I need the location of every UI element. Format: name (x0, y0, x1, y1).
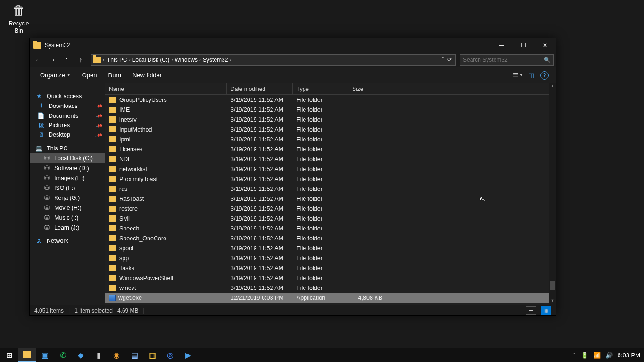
taskbar-whatsapp[interactable]: ✆ (54, 348, 72, 362)
up-button[interactable]: ↑ (74, 53, 87, 66)
organize-button[interactable]: Organize▼ (34, 67, 76, 83)
file-row[interactable]: Tasks3/19/2019 11:52 AMFile folder (105, 263, 556, 273)
maximize-button[interactable]: ☐ (512, 38, 534, 52)
file-row[interactable]: ras3/19/2019 11:52 AMFile folder (105, 184, 556, 194)
desktop-recycle-bin[interactable]: 🗑 Recycle Bin (5, 2, 33, 34)
file-row[interactable]: spp3/19/2019 11:52 AMFile folder (105, 253, 556, 263)
search-icon[interactable]: 🔍 (544, 57, 551, 63)
close-button[interactable]: ✕ (534, 38, 556, 52)
file-row[interactable]: Licenses3/19/2019 11:52 AMFile folder (105, 144, 556, 154)
folder-icon (109, 166, 116, 172)
column-type[interactable]: Type (293, 83, 348, 94)
tray-chevron-up-icon[interactable]: ˄ (573, 352, 576, 359)
titlebar[interactable]: System32 — ☐ ✕ (30, 38, 556, 52)
tray-wifi-icon[interactable]: 📶 (593, 352, 601, 359)
taskbar-powershell[interactable]: ▶ (179, 348, 197, 362)
taskbar-notepad[interactable]: ▤ (125, 348, 143, 362)
sidebar-item-pictures[interactable]: 🖼Pictures📌 (30, 121, 105, 130)
file-name: spp (105, 255, 227, 262)
open-button[interactable]: Open (76, 67, 103, 83)
file-type: File folder (293, 275, 348, 281)
details-view-button[interactable]: ☰ (526, 306, 536, 315)
folder-icon (109, 176, 116, 182)
file-row[interactable]: RasToast3/19/2019 11:52 AMFile folder (105, 194, 556, 204)
taskbar-chrome[interactable]: ◎ (161, 348, 179, 362)
file-row[interactable]: Speech3/19/2019 11:52 AMFile folder (105, 223, 556, 233)
preview-pane-button[interactable]: ◫ (525, 69, 538, 82)
file-row[interactable]: Speech_OneCore3/19/2019 11:52 AMFile fol… (105, 233, 556, 243)
taskbar-terminal[interactable]: ▮ (90, 348, 107, 362)
file-row[interactable]: InputMethod3/19/2019 11:52 AMFile folder (105, 124, 556, 134)
address-dropdown-icon[interactable]: ˅ (442, 57, 445, 63)
file-name: IME (105, 107, 227, 113)
sidebar-drive-6[interactable]: ⛁Music (I:) (30, 213, 105, 222)
history-dropdown[interactable]: ˅ (60, 53, 73, 66)
taskbar-app-2[interactable]: ◆ (72, 348, 90, 362)
sidebar-item-downloads[interactable]: ⬇Downloads📌 (30, 101, 105, 111)
network-icon: 🖧 (35, 238, 43, 244)
forward-button[interactable]: → (46, 53, 59, 66)
file-row[interactable]: inetsrv3/19/2019 11:52 AMFile folder (105, 115, 556, 124)
file-row[interactable]: networklist3/19/2019 11:52 AMFile folder (105, 164, 556, 174)
breadcrumb-this-pc[interactable]: This PC› (106, 57, 132, 63)
sidebar-quick-access[interactable]: ★Quick access (30, 91, 105, 101)
file-row[interactable]: wget.exe12/21/2019 6:03 PMApplication4,8… (105, 293, 556, 303)
column-date[interactable]: Date modified (227, 83, 293, 94)
column-size[interactable]: Size (348, 83, 386, 94)
search-input[interactable] (463, 57, 544, 63)
sidebar-drive-5[interactable]: ⛁Movie (H:) (30, 203, 105, 213)
drive-icon: ⛁ (43, 155, 50, 162)
sidebar-item-documents[interactable]: 📄Documents📌 (30, 111, 105, 121)
file-row[interactable]: IME3/19/2019 11:52 AMFile folder (105, 105, 556, 115)
sidebar-drive-2[interactable]: ⛁Images (E:) (30, 173, 105, 183)
breadcrumb-local-disk-c-[interactable]: Local Disk (C:)› (132, 57, 174, 63)
minimize-button[interactable]: — (491, 38, 512, 52)
sidebar-drive-0[interactable]: ⛁Local Disk (C:) (30, 153, 105, 163)
view-button[interactable]: ☰▼ (512, 69, 525, 82)
sidebar-drive-7[interactable]: ⛁Learn (J:) (30, 222, 105, 232)
sidebar-item-desktop[interactable]: 🖥Desktop📌 (30, 130, 105, 140)
refresh-button[interactable]: ⟳ (447, 57, 452, 63)
sidebar-drive-4[interactable]: ⛁Kerja (G:) (30, 193, 105, 203)
scroll-down-arrow[interactable]: ▼ (549, 298, 556, 305)
breadcrumb-system32[interactable]: System32› (202, 57, 232, 63)
chevron-right-icon: › (171, 58, 173, 62)
file-row[interactable]: NDF3/19/2019 11:52 AMFile folder (105, 154, 556, 164)
sidebar-drive-1[interactable]: ⛁Software (D:) (30, 163, 105, 173)
address-bar[interactable]: › This PC›Local Disk (C:)›Windows›System… (91, 54, 456, 66)
tray-battery-icon[interactable]: 🔋 (581, 352, 588, 359)
file-row[interactable]: spool3/19/2019 11:52 AMFile folder (105, 243, 556, 253)
file-row[interactable]: Ipmi3/19/2019 11:52 AMFile folder (105, 134, 556, 144)
folder-icon (109, 285, 116, 291)
sidebar-this-pc[interactable]: 💻This PC (30, 143, 105, 153)
file-row[interactable]: GroupPolicyUsers3/19/2019 11:52 AMFile f… (105, 95, 556, 105)
recycle-bin-icon: 🗑 (5, 2, 33, 18)
taskbar-app-1[interactable]: ▣ (36, 348, 54, 362)
vertical-scrollbar[interactable]: ▲ ▼ (549, 83, 556, 305)
file-row[interactable]: restore3/19/2019 11:52 AMFile folder (105, 204, 556, 214)
search-box[interactable]: 🔍 (460, 54, 554, 66)
new-folder-button[interactable]: New folder (127, 67, 167, 83)
breadcrumb-windows[interactable]: Windows› (173, 57, 202, 63)
start-button[interactable]: ⊞ (0, 348, 18, 362)
scroll-up-arrow[interactable]: ▲ (549, 83, 556, 90)
tray-volume-icon[interactable]: 🔊 (605, 352, 613, 359)
back-button[interactable]: ← (32, 53, 45, 66)
column-name[interactable]: Name (105, 83, 227, 94)
tray-clock[interactable]: 6:03 PM (618, 352, 640, 359)
file-row[interactable]: winevt3/19/2019 11:52 AMFile folder (105, 283, 556, 293)
sidebar-drive-3[interactable]: ⛁ISO (F:) (30, 183, 105, 193)
help-button[interactable]: ? (538, 69, 551, 82)
taskbar-app-3[interactable]: ◉ (107, 348, 125, 362)
burn-button[interactable]: Burn (102, 67, 126, 83)
file-row[interactable]: ProximityToast3/19/2019 11:52 AMFile fol… (105, 174, 556, 184)
taskbar-file-explorer[interactable] (18, 348, 36, 362)
icons-view-button[interactable]: ▦ (541, 306, 551, 315)
sidebar-network[interactable]: 🖧Network (30, 236, 105, 246)
file-row[interactable]: SMI3/19/2019 11:52 AMFile folder (105, 214, 556, 223)
folder-icon (33, 42, 41, 49)
taskbar-app-4[interactable]: ▥ (143, 348, 161, 362)
scrollbar-thumb[interactable] (550, 281, 555, 290)
file-date: 3/19/2019 11:52 AM (227, 126, 293, 133)
file-row[interactable]: WindowsPowerShell3/19/2019 11:52 AMFile … (105, 273, 556, 283)
